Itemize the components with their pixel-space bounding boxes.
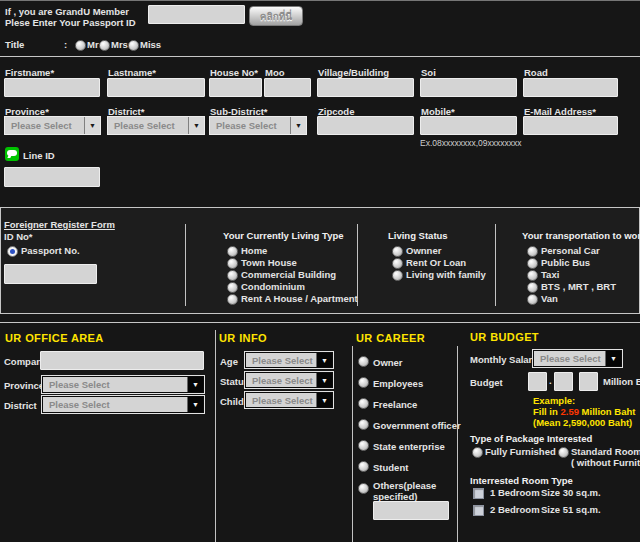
living-type-town-house-label: Town House bbox=[241, 257, 297, 268]
sub-district-select[interactable]: Please Select ▼ bbox=[209, 116, 307, 135]
line-id-input[interactable] bbox=[4, 167, 100, 187]
career-freelance-radio[interactable] bbox=[358, 398, 369, 409]
divider bbox=[457, 346, 458, 542]
office-district-label: District bbox=[4, 400, 37, 411]
divider bbox=[352, 346, 353, 542]
foreigner-form-title: Foreigner Register Form bbox=[4, 219, 115, 230]
room-2-bedroom-size: Size 51 sq.m. bbox=[541, 504, 601, 515]
chevron-down-icon: ▼ bbox=[290, 117, 306, 134]
province-select[interactable]: Please Select ▼ bbox=[4, 116, 101, 135]
living-type-home-radio[interactable] bbox=[227, 246, 238, 257]
province-select-value: Please Select bbox=[5, 117, 84, 134]
living-type-condominium-radio[interactable] bbox=[227, 282, 238, 293]
transport-taxi-label: Taxi bbox=[541, 269, 559, 280]
moo-label: Moo bbox=[265, 67, 285, 78]
office-province-select[interactable]: Please Select ▼ bbox=[42, 376, 204, 393]
career-owner-radio[interactable] bbox=[358, 356, 369, 367]
transport-van-radio[interactable] bbox=[527, 294, 538, 305]
budget-example-prefix: Fill in bbox=[533, 406, 560, 417]
title-mr-radio[interactable] bbox=[75, 40, 86, 51]
budget-decimal1-input[interactable] bbox=[554, 372, 573, 391]
age-select-value: Please Select bbox=[246, 353, 316, 367]
chevron-down-icon: ▼ bbox=[316, 393, 332, 407]
road-input[interactable] bbox=[523, 78, 618, 97]
living-type-town-house-radio[interactable] bbox=[227, 258, 238, 269]
career-government-radio[interactable] bbox=[358, 419, 369, 430]
room-2-bedroom-checkbox[interactable] bbox=[473, 505, 484, 516]
chevron-down-icon: ▼ bbox=[84, 117, 100, 134]
living-type-rent-radio[interactable] bbox=[227, 294, 238, 305]
package-title: Type of Package Interested bbox=[470, 433, 592, 444]
firstname-input[interactable] bbox=[4, 78, 100, 97]
status-select-value: Please Select bbox=[246, 373, 316, 387]
transport-personal-car-label: Personal Car bbox=[541, 245, 600, 256]
lastname-input[interactable] bbox=[107, 78, 205, 97]
career-employees-label: Employees bbox=[373, 378, 423, 389]
mobile-input[interactable] bbox=[420, 116, 517, 135]
living-status-rent-radio[interactable] bbox=[392, 258, 403, 269]
soi-input[interactable] bbox=[420, 78, 517, 97]
soi-label: Soi bbox=[421, 67, 436, 78]
member-passport-input[interactable] bbox=[148, 5, 245, 24]
title-mrs-radio[interactable] bbox=[99, 40, 110, 51]
career-employees-radio[interactable] bbox=[358, 377, 369, 388]
budget-decimal2-input[interactable] bbox=[579, 372, 598, 391]
transport-personal-car-radio[interactable] bbox=[527, 246, 538, 257]
career-student-radio[interactable] bbox=[358, 461, 369, 472]
divider bbox=[185, 224, 186, 306]
email-input[interactable] bbox=[523, 116, 618, 135]
title-colon: : bbox=[64, 39, 67, 50]
living-type-condominium-label: Condominium bbox=[241, 281, 305, 292]
road-label: Road bbox=[524, 67, 548, 78]
company-input[interactable] bbox=[40, 351, 204, 370]
passport-no-radio[interactable] bbox=[7, 246, 18, 257]
office-district-select[interactable]: Please Select ▼ bbox=[42, 396, 204, 413]
divider bbox=[0, 322, 640, 323]
age-select[interactable]: Please Select ▼ bbox=[245, 352, 333, 368]
package-fully-furnished-radio[interactable] bbox=[472, 447, 483, 458]
title-miss-radio[interactable] bbox=[128, 40, 139, 51]
career-others-input[interactable] bbox=[373, 501, 449, 520]
budget-label: Budget bbox=[470, 377, 503, 388]
package-standard-room-radio[interactable] bbox=[558, 447, 569, 458]
budget-whole-input[interactable] bbox=[528, 372, 547, 391]
chevron-down-icon: ▼ bbox=[316, 353, 332, 367]
package-standard-room-note: ( without Furniture ) bbox=[571, 457, 640, 468]
career-others-radio[interactable] bbox=[358, 483, 369, 494]
living-type-commercial-radio[interactable] bbox=[227, 270, 238, 281]
living-status-owner-radio[interactable] bbox=[392, 246, 403, 257]
click-here-button[interactable]: คลิกที่นี่ bbox=[249, 6, 303, 26]
passport-no-input[interactable] bbox=[4, 264, 97, 284]
house-no-input[interactable] bbox=[209, 78, 262, 97]
id-no-label: ID No* bbox=[4, 231, 33, 242]
office-province-label: Province bbox=[4, 380, 44, 391]
room-1-bedroom-checkbox[interactable] bbox=[473, 488, 484, 499]
chevron-down-icon: ▼ bbox=[187, 397, 203, 412]
transport-taxi-radio[interactable] bbox=[527, 270, 538, 281]
moo-input[interactable] bbox=[264, 78, 311, 97]
transport-van-label: Van bbox=[541, 293, 558, 304]
firstname-label: Firstname* bbox=[5, 67, 54, 78]
living-status-rent-label: Rent Or Loan bbox=[406, 257, 466, 268]
living-type-home-label: Home bbox=[241, 245, 267, 256]
child-select[interactable]: Please Select ▼ bbox=[245, 392, 333, 408]
budget-example-label: Example: bbox=[533, 395, 575, 406]
line-id-label: Line ID bbox=[23, 150, 55, 161]
career-state-enterprise-radio[interactable] bbox=[358, 440, 369, 451]
district-select[interactable]: Please Select ▼ bbox=[107, 116, 205, 135]
chevron-down-icon: ▼ bbox=[605, 351, 621, 366]
living-status-family-radio[interactable] bbox=[392, 270, 403, 281]
child-label: Child bbox=[220, 396, 244, 407]
zipcode-input[interactable] bbox=[317, 116, 414, 135]
budget-example-line: Fill in 2.59 Million Baht bbox=[533, 406, 635, 417]
status-select[interactable]: Please Select ▼ bbox=[245, 372, 333, 388]
transport-bts-radio[interactable] bbox=[527, 282, 538, 293]
transport-public-bus-radio[interactable] bbox=[527, 258, 538, 269]
living-type-rent-label: Rent A House / Apartment bbox=[241, 293, 358, 304]
divider bbox=[0, 0, 640, 1]
monthly-salary-select[interactable]: Please Select ▼ bbox=[533, 350, 622, 367]
sub-district-select-value: Please Select bbox=[210, 117, 290, 134]
room-1-bedroom-label: 1 Bedroom bbox=[490, 487, 540, 498]
village-input[interactable] bbox=[317, 78, 414, 97]
divider bbox=[495, 224, 496, 306]
